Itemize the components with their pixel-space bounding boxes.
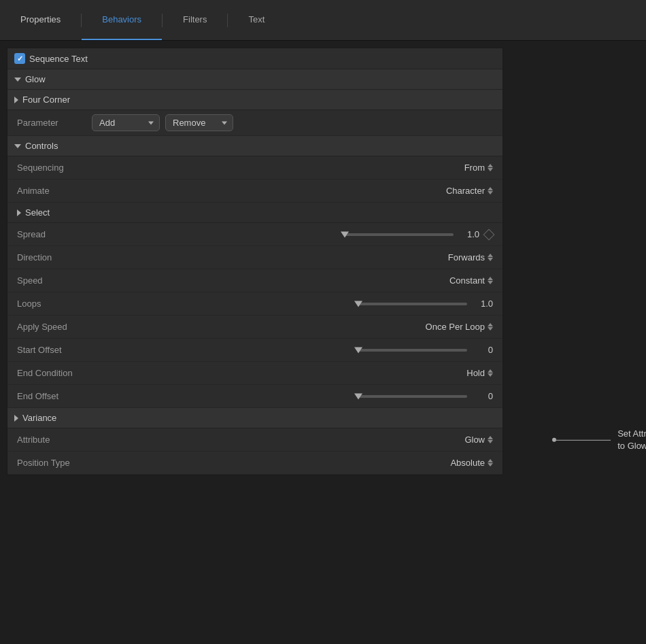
direction-value-text: Forwards bbox=[448, 252, 485, 262]
attribute-stepper-up[interactable] bbox=[488, 436, 493, 439]
start-offset-value: 0 bbox=[473, 345, 493, 355]
controls-header[interactable]: Controls bbox=[7, 136, 503, 156]
end-condition-stepper-up[interactable] bbox=[488, 369, 493, 373]
variance-label: Variance bbox=[22, 413, 56, 423]
direction-stepper[interactable] bbox=[488, 254, 493, 261]
animate-label: Animate bbox=[17, 186, 126, 196]
sequencing-row: Sequencing From bbox=[7, 156, 503, 180]
end-condition-row: End Condition Hold bbox=[7, 362, 503, 385]
end-condition-value: Hold bbox=[126, 368, 493, 378]
spread-label: Spread bbox=[17, 229, 126, 239]
parameter-add-dropdown[interactable]: Add bbox=[92, 114, 160, 131]
select-label: Select bbox=[25, 207, 50, 218]
tab-properties[interactable]: Properties bbox=[0, 0, 81, 40]
apply-speed-value-text: Once Per Loop bbox=[426, 322, 485, 332]
spread-slider[interactable] bbox=[345, 233, 454, 236]
attribute-value-text: Glow bbox=[464, 435, 485, 445]
attribute-label: Attribute bbox=[17, 435, 126, 445]
animate-value-text: Character bbox=[446, 186, 485, 196]
start-offset-label: Start Offset bbox=[17, 345, 126, 355]
start-offset-slider[interactable] bbox=[358, 349, 467, 352]
sequence-text-header: Sequence Text bbox=[7, 48, 503, 69]
end-offset-value: 0 bbox=[473, 391, 493, 401]
apply-speed-label: Apply Speed bbox=[17, 322, 126, 332]
start-offset-slider-thumb[interactable] bbox=[354, 347, 362, 353]
four-corner-chevron bbox=[14, 97, 18, 103]
animate-stepper[interactable] bbox=[488, 187, 493, 194]
tab-behaviors[interactable]: Behaviors bbox=[82, 0, 162, 40]
attribute-value: Glow bbox=[126, 435, 493, 445]
animate-stepper-down[interactable] bbox=[488, 191, 493, 194]
loops-slider-container: 1.0 bbox=[126, 299, 493, 309]
spread-keyframe-diamond[interactable] bbox=[483, 228, 495, 240]
sequence-text-checkbox[interactable] bbox=[14, 53, 25, 64]
attribute-stepper-down[interactable] bbox=[488, 440, 493, 443]
apply-speed-row: Apply Speed Once Per Loop bbox=[7, 316, 503, 339]
position-type-stepper[interactable] bbox=[488, 459, 493, 467]
position-type-value-text: Absolute bbox=[450, 458, 485, 468]
position-type-row: Position Type Absolute bbox=[7, 452, 503, 475]
animate-stepper-up[interactable] bbox=[488, 187, 493, 190]
direction-row: Direction Forwards bbox=[7, 246, 503, 269]
parameter-row: Parameter Add Remove bbox=[7, 110, 503, 136]
glow-header[interactable]: Glow bbox=[7, 69, 503, 90]
parameter-remove-dropdown[interactable]: Remove bbox=[165, 114, 233, 131]
speed-value: Constant bbox=[126, 275, 493, 286]
spread-slider-thumb[interactable] bbox=[341, 231, 349, 237]
controls-chevron bbox=[14, 144, 21, 148]
annotation-text: Set Attributeto Glow. bbox=[617, 428, 646, 452]
speed-stepper[interactable] bbox=[488, 277, 493, 284]
apply-speed-stepper-down[interactable] bbox=[488, 327, 493, 331]
end-condition-value-text: Hold bbox=[466, 368, 485, 378]
controls-label: Controls bbox=[25, 141, 58, 151]
loops-slider[interactable] bbox=[358, 303, 467, 305]
end-condition-label: End Condition bbox=[17, 368, 126, 378]
sequencing-label: Sequencing bbox=[17, 163, 126, 173]
annotation-callout: Set Attributeto Glow. bbox=[552, 428, 646, 452]
glow-label: Glow bbox=[25, 74, 46, 84]
parameter-label: Parameter bbox=[17, 118, 85, 128]
end-offset-label: End Offset bbox=[17, 391, 126, 401]
direction-stepper-down[interactable] bbox=[488, 258, 493, 261]
sequencing-stepper-down[interactable] bbox=[488, 168, 493, 171]
spread-slider-container: 1.0 bbox=[126, 229, 493, 239]
position-type-value: Absolute bbox=[126, 458, 493, 468]
direction-label: Direction bbox=[17, 252, 126, 262]
select-header[interactable]: Select bbox=[7, 203, 503, 223]
four-corner-header[interactable]: Four Corner bbox=[7, 90, 503, 110]
spread-value: 1.0 bbox=[459, 229, 479, 239]
variance-header[interactable]: Variance bbox=[7, 408, 503, 428]
sequencing-stepper-up[interactable] bbox=[488, 164, 493, 167]
position-type-label: Position Type bbox=[17, 458, 126, 468]
sequencing-stepper[interactable] bbox=[488, 164, 493, 171]
apply-speed-stepper[interactable] bbox=[488, 323, 493, 331]
direction-value: Forwards bbox=[126, 252, 493, 262]
apply-speed-value: Once Per Loop bbox=[126, 322, 493, 332]
end-offset-slider[interactable] bbox=[358, 395, 467, 398]
sequencing-value: From bbox=[126, 163, 493, 173]
four-corner-label: Four Corner bbox=[22, 95, 70, 105]
animate-value: Character bbox=[126, 186, 493, 196]
tab-filters[interactable]: Filters bbox=[163, 0, 227, 40]
end-condition-stepper[interactable] bbox=[488, 369, 493, 377]
panel: Sequence Text Glow Four Corner Parameter… bbox=[7, 48, 503, 475]
tab-text[interactable]: Text bbox=[228, 0, 285, 40]
speed-value-text: Constant bbox=[449, 275, 485, 286]
position-type-stepper-up[interactable] bbox=[488, 459, 493, 462]
direction-stepper-up[interactable] bbox=[488, 254, 493, 257]
animate-row: Animate Character bbox=[7, 180, 503, 203]
loops-slider-thumb[interactable] bbox=[354, 301, 362, 307]
apply-speed-stepper-up[interactable] bbox=[488, 323, 493, 326]
speed-stepper-up[interactable] bbox=[488, 277, 493, 280]
loops-label: Loops bbox=[17, 299, 126, 309]
end-offset-slider-thumb[interactable] bbox=[354, 393, 362, 399]
attribute-row-wrapper: Attribute Glow Set Attributeto Glow. bbox=[7, 428, 503, 452]
glow-chevron bbox=[14, 78, 21, 82]
position-type-stepper-down[interactable] bbox=[488, 463, 493, 467]
attribute-stepper[interactable] bbox=[488, 436, 493, 443]
speed-stepper-down[interactable] bbox=[488, 281, 493, 284]
end-condition-stepper-down[interactable] bbox=[488, 373, 493, 377]
sequencing-value-text: From bbox=[464, 163, 485, 173]
loops-value: 1.0 bbox=[473, 299, 493, 309]
end-offset-slider-container: 0 bbox=[126, 391, 493, 401]
